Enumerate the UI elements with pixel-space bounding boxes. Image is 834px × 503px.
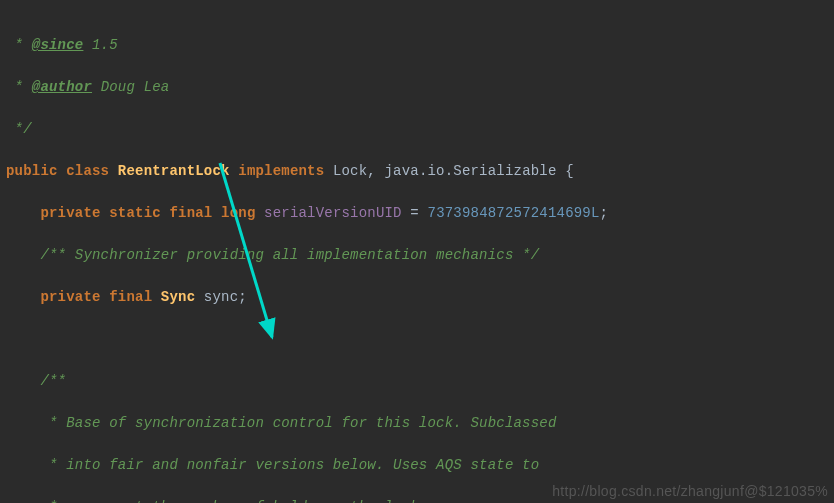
plain-text: Lock, java.io.Serializable { bbox=[324, 163, 573, 179]
javadoc-tag: @author bbox=[32, 79, 92, 95]
code-line: private static final long serialVersionU… bbox=[6, 200, 834, 226]
keyword: class bbox=[66, 163, 109, 179]
code-line: * into fair and nonfair versions below. … bbox=[6, 452, 834, 478]
keyword: private bbox=[40, 205, 100, 221]
comment-text: /** bbox=[40, 373, 66, 389]
comment-text: * represent the number of holds on the l… bbox=[40, 499, 427, 503]
comment-text: /** Synchronizer providing all implement… bbox=[40, 247, 539, 263]
code-line: */ bbox=[6, 116, 834, 142]
code-line: /** Synchronizer providing all implement… bbox=[6, 242, 834, 268]
keyword: implements bbox=[238, 163, 324, 179]
type-name: Sync bbox=[161, 289, 195, 305]
keyword: long bbox=[221, 205, 255, 221]
class-name: ReentrantLock bbox=[118, 163, 230, 179]
comment-text: 1.5 bbox=[83, 37, 117, 53]
keyword: static bbox=[109, 205, 161, 221]
comment-text: */ bbox=[6, 121, 32, 137]
code-line bbox=[6, 326, 834, 352]
code-line: public class ReentrantLock implements Lo… bbox=[6, 158, 834, 184]
watermark-text: http://blog.csdn.net/zhangjunf@$121035% bbox=[552, 483, 828, 499]
javadoc-tag: @since bbox=[32, 37, 84, 53]
comment-text: * bbox=[6, 79, 32, 95]
comment-text: * bbox=[6, 37, 32, 53]
code-line: * @author Doug Lea bbox=[6, 74, 834, 100]
keyword: final bbox=[109, 289, 152, 305]
number-literal: 7373984872572414699L bbox=[428, 205, 600, 221]
comment-text: Doug Lea bbox=[92, 79, 169, 95]
code-line: * Base of synchronization control for th… bbox=[6, 410, 834, 436]
keyword: private bbox=[40, 289, 100, 305]
plain-text: sync; bbox=[195, 289, 247, 305]
field-name: serialVersionUID bbox=[264, 205, 402, 221]
comment-text: * into fair and nonfair versions below. … bbox=[40, 457, 539, 473]
code-line: private final Sync sync; bbox=[6, 284, 834, 310]
code-line: /** bbox=[6, 368, 834, 394]
keyword: final bbox=[169, 205, 212, 221]
comment-text: * Base of synchronization control for th… bbox=[40, 415, 556, 431]
code-line: * @since 1.5 bbox=[6, 32, 834, 58]
keyword: public bbox=[6, 163, 58, 179]
code-editor[interactable]: * @since 1.5 * @author Doug Lea */ publi… bbox=[0, 0, 834, 503]
operator: = bbox=[402, 205, 428, 221]
semicolon: ; bbox=[600, 205, 609, 221]
